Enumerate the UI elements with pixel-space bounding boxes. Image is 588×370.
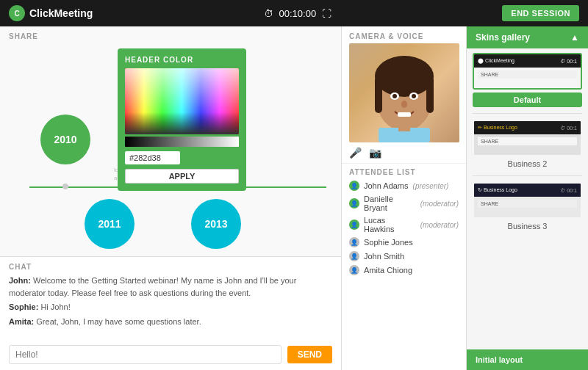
attendee-item-3: 👤 Lucas Hawkins (moderator) bbox=[349, 216, 459, 233]
skin-divider-2 bbox=[473, 175, 582, 176]
skin-b3-body: SHARE bbox=[474, 197, 581, 217]
attendee-name-3: Lucas Hawkins bbox=[364, 216, 416, 233]
attendee-name-5: John Smith bbox=[364, 252, 404, 261]
camera-preview bbox=[349, 43, 459, 142]
attendee-item-5: 👤 John Smith bbox=[349, 251, 459, 261]
skin-default-timer: ⏱ 00:1 bbox=[560, 59, 577, 64]
attendee-name-2: Danielle Bryant bbox=[364, 195, 416, 212]
attendee-item-1: 👤 John Adams (presenter) bbox=[349, 181, 459, 191]
business2-skin-name: Business 2 bbox=[473, 156, 582, 170]
initial-layout-bar[interactable]: Initial layout bbox=[467, 349, 588, 370]
sender-sophie: Sophie: bbox=[9, 302, 38, 311]
circle-2013: 2013 bbox=[191, 199, 241, 249]
skin-preview-business3[interactable]: ↻ Business Logo ⏱ 00:1 SHARE bbox=[473, 182, 582, 219]
svg-point-8 bbox=[401, 101, 407, 108]
attendee-role-1: (presenter) bbox=[413, 182, 449, 190]
skins-collapse-icon[interactable]: ▲ bbox=[570, 32, 579, 43]
skin-default-share: SHARE bbox=[478, 70, 577, 79]
share-label: SHARE bbox=[9, 32, 38, 40]
skin-default-topbar: ⬤ ClickMeeting ⏱ 00:1 bbox=[474, 54, 581, 68]
default-skin-button[interactable]: Default bbox=[473, 92, 582, 107]
attendee-item-4: 👤 Sophie Jones bbox=[349, 237, 459, 247]
message-text-2: Hi John! bbox=[40, 302, 70, 311]
face-simulation bbox=[349, 43, 459, 142]
middle-panel: CAMERA & VOICE bbox=[342, 26, 467, 370]
left-panel: SHARE HEADER COLOR APPLY bbox=[0, 26, 342, 370]
spectrum-gradient bbox=[125, 68, 239, 134]
attendee-name-6: Amita Chiong bbox=[364, 266, 412, 275]
face-svg bbox=[349, 43, 459, 142]
sender-john: John: bbox=[9, 276, 31, 285]
skin-b2-topbar: ✏ Business Logo ⏱ 00:1 bbox=[474, 121, 581, 134]
logo-text: ClickMeeting bbox=[29, 7, 93, 19]
skin-preview-default[interactable]: ⬤ ClickMeeting ⏱ 00:1 SHARE bbox=[473, 53, 582, 90]
attendee-avatar-6: 👤 bbox=[349, 265, 359, 275]
svg-rect-9 bbox=[398, 112, 411, 117]
chat-message-1: John: Welcome to the Getting Started web… bbox=[9, 275, 332, 299]
attendee-list-label: ATTENDEE LIST bbox=[349, 168, 459, 176]
timer-display: 00:10:00 bbox=[279, 8, 317, 19]
chat-message-3: Amita: Great, John, I may have some ques… bbox=[9, 316, 332, 328]
svg-rect-2 bbox=[375, 76, 382, 113]
svg-point-6 bbox=[392, 94, 397, 98]
color-picker-popup: HEADER COLOR APPLY bbox=[118, 48, 246, 191]
chat-messages: John: Welcome to the Getting Started web… bbox=[9, 275, 332, 341]
color-input-row bbox=[125, 151, 239, 164]
skins-gallery-title: Skins gallery bbox=[476, 32, 530, 43]
sender-amita: Amita: bbox=[9, 317, 34, 326]
color-spectrum[interactable] bbox=[125, 68, 239, 134]
end-session-button[interactable]: END SESSION bbox=[502, 5, 579, 21]
camera-controls: 🎤 📷 bbox=[342, 142, 466, 163]
skin-b3-share: SHARE bbox=[478, 200, 577, 208]
clock-icon: ⏱ bbox=[264, 8, 273, 19]
skin-divider-1 bbox=[473, 113, 582, 114]
fullscreen-icon[interactable]: ⛶ bbox=[322, 8, 331, 19]
timeline-dot-1 bbox=[62, 184, 68, 189]
topbar-right: END SESSION bbox=[502, 5, 579, 21]
skin-b3-logo: ↻ Business Logo bbox=[478, 187, 517, 193]
skin-b3-timer: ⏱ 00:1 bbox=[560, 188, 577, 193]
attendee-avatar-1: 👤 bbox=[349, 181, 359, 191]
skin-b2-share: SHARE bbox=[478, 137, 577, 145]
svg-point-7 bbox=[412, 94, 416, 98]
camera-label: CAMERA & VOICE bbox=[342, 26, 466, 43]
chat-area: CHAT John: Welcome to the Getting Starte… bbox=[0, 256, 341, 370]
svg-point-1 bbox=[375, 56, 434, 97]
skins-gallery-header: Skins gallery ▲ bbox=[467, 26, 588, 48]
spectrum-overlay-dark bbox=[125, 112, 239, 134]
logo-area: C ClickMeeting bbox=[9, 5, 93, 21]
color-hex-input[interactable] bbox=[125, 151, 180, 164]
skin-default-logo: ⬤ ClickMeeting bbox=[478, 58, 514, 64]
main-content: SHARE HEADER COLOR APPLY bbox=[0, 26, 588, 370]
apply-button[interactable]: APPLY bbox=[125, 169, 239, 184]
send-button[interactable]: SEND bbox=[287, 346, 332, 363]
attendee-section: ATTENDEE LIST 👤 John Adams (presenter) 👤… bbox=[342, 163, 466, 370]
skin-item-business2[interactable]: ✏ Business Logo ⏱ 00:1 SHARE Business 2 bbox=[467, 115, 588, 174]
skin-b3-topbar: ↻ Business Logo ⏱ 00:1 bbox=[474, 184, 581, 197]
attendee-avatar-5: 👤 bbox=[349, 251, 359, 261]
attendee-role-2: (moderator) bbox=[420, 200, 459, 208]
topbar: C ClickMeeting ⏱ 00:10:00 ⛶ END SESSION bbox=[0, 0, 588, 26]
chat-label: CHAT bbox=[9, 263, 332, 271]
chat-input[interactable] bbox=[9, 345, 282, 364]
svg-rect-3 bbox=[426, 76, 434, 113]
attendee-item-6: 👤 Amita Chiong bbox=[349, 265, 459, 275]
skin-b2-logo: ✏ Business Logo bbox=[478, 125, 517, 131]
topbar-center: ⏱ 00:10:00 ⛶ bbox=[264, 8, 332, 19]
attendee-role-3: (moderator) bbox=[420, 221, 459, 229]
skin-preview-business2[interactable]: ✏ Business Logo ⏱ 00:1 SHARE bbox=[473, 120, 582, 156]
grayscale-bar[interactable] bbox=[125, 137, 239, 147]
skin-item-business3[interactable]: ↻ Business Logo ⏱ 00:1 SHARE Business 3 bbox=[467, 178, 588, 236]
attendee-avatar-3: 👤 bbox=[349, 220, 359, 230]
message-text-3: Great, John, I may have some questions l… bbox=[36, 317, 201, 326]
share-area: SHARE HEADER COLOR APPLY bbox=[0, 26, 341, 256]
message-text-1: Welcome to the Getting Started webinar! … bbox=[9, 276, 296, 297]
skin-item-default[interactable]: ⬤ ClickMeeting ⏱ 00:1 SHARE Default bbox=[467, 48, 588, 112]
attendee-name-4: Sophie Jones bbox=[364, 238, 413, 247]
svg-rect-11 bbox=[398, 123, 410, 131]
chat-message-2: Sophie: Hi John! bbox=[9, 301, 332, 313]
attendee-avatar-4: 👤 bbox=[349, 237, 359, 247]
camera-icon[interactable]: 📷 bbox=[369, 147, 381, 159]
attendee-avatar-2: 👤 bbox=[349, 198, 359, 208]
microphone-icon[interactable]: 🎤 bbox=[349, 147, 362, 159]
